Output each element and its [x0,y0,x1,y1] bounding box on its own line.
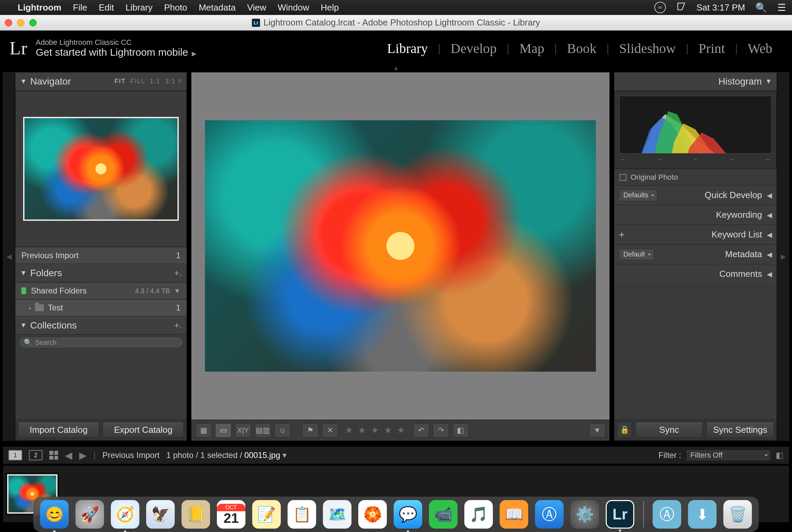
dock-photos-icon[interactable]: 🏵️ [358,500,387,529]
grid-icon[interactable] [49,451,58,460]
rating-stars[interactable]: ★ ★ ★ ★ ★ [345,425,406,436]
sync-settings-button[interactable]: Sync Settings [706,422,774,438]
rotate-ccw-button[interactable]: ↶ [413,423,429,438]
dock-finder-icon[interactable]: 😊 [40,500,69,529]
creative-cloud-icon[interactable]: ∞ [654,2,666,13]
catalog-previous-import[interactable]: Previous Import 1 [15,247,187,264]
dock-mail-icon[interactable]: 🦅 [146,500,175,529]
volume-row[interactable]: Shared Folders 4.3 / 4.4 TB ▼ [15,282,187,299]
filter-lock-icon[interactable]: ◧ [776,450,784,460]
window-close-button[interactable] [5,19,12,26]
script-menu-icon[interactable] [676,1,686,14]
left-panel-collapse[interactable]: ◀ [3,72,15,441]
dock-calendar-icon[interactable]: OCT21 [217,500,245,529]
spotlight-icon[interactable]: 🔍 [755,2,767,13]
import-catalog-button[interactable]: Import Catalog [18,422,99,438]
grid-view-button[interactable]: ▦ [195,423,212,438]
quick-develop-preset-select[interactable]: Defaults [619,190,657,201]
filter-preset-select[interactable]: Filters Off [686,449,771,461]
window-zoom-button[interactable] [29,19,37,26]
center-panel: ▦ ▭ X|Y ▤▥ ☺ ⚑ ✕ ★ ★ ★ ★ ★ ↶ ↷ ◧ ▼ [191,72,610,441]
loupe-view[interactable] [191,72,609,420]
dock-applications-folder-icon[interactable]: Ⓐ [653,500,681,529]
go-forward-button[interactable]: ▶ [79,450,87,461]
dock-itunes-icon[interactable]: 🎵 [464,500,493,529]
menu-help[interactable]: Help [321,2,339,13]
dock-ibooks-icon[interactable]: 📖 [500,500,528,529]
module-book[interactable]: Book [557,40,607,56]
dock-launchpad-icon[interactable]: 🚀 [75,500,104,529]
right-panel-collapse[interactable]: ▶ [777,72,789,441]
mobile-get-started-link[interactable]: Get started with Lightroom mobile▶ [36,47,196,58]
menu-metadata[interactable]: Metadata [199,2,236,13]
dock-facetime-icon[interactable]: 📹 [429,500,458,529]
filmstrip-source[interactable]: Previous Import [102,450,159,460]
survey-view-button[interactable]: ▤▥ [255,423,271,438]
comments-header[interactable]: Comments ◀ [614,264,777,284]
module-library[interactable]: Library [377,40,438,56]
compare-view-button[interactable]: X|Y [235,423,251,438]
rotate-cw-button[interactable]: ↷ [433,423,449,438]
folders-header[interactable]: ▼ Folders +. [15,264,187,282]
metadata-header[interactable]: Default Metadata ◀ [614,244,777,264]
collections-search-input[interactable]: 🔍 Search [19,337,183,348]
dock-maps-icon[interactable]: 🗺️ [323,500,351,529]
keyword-list-header[interactable]: + Keyword List ◀ [614,225,777,244]
navigator-preview[interactable] [15,91,187,247]
face-tagging-button[interactable]: ◧ [452,423,469,438]
folder-row-test[interactable]: ▸ Test 1 [15,299,187,316]
top-panel-grabber[interactable]: ▴ [0,66,792,72]
dock-safari-icon[interactable]: 🧭 [111,500,139,529]
flag-reject-button[interactable]: ✕ [322,423,338,438]
flag-pick-button[interactable]: ⚑ [302,423,318,438]
module-develop[interactable]: Develop [441,40,507,56]
menu-library[interactable]: Library [125,2,152,13]
menu-photo[interactable]: Photo [164,2,187,13]
app-menu[interactable]: Lightroom [18,2,62,13]
keywording-header[interactable]: Keywording ◀ [614,205,777,225]
quick-develop-header[interactable]: Defaults Quick Develop ◀ [614,185,777,205]
dock-contacts-icon[interactable]: 📒 [182,500,210,529]
people-view-button[interactable]: ☺ [274,423,291,438]
dock-downloads-folder-icon[interactable]: ⬇ [688,500,717,529]
module-map[interactable]: Map [509,40,554,56]
second-window-toggle[interactable]: 2 [29,450,42,460]
dock-lightroom-icon[interactable]: Lr [606,500,634,529]
histogram-display[interactable] [619,96,772,154]
main-window-toggle[interactable]: 1 [8,450,22,460]
dock-preferences-icon[interactable]: ⚙️ [570,500,599,529]
dock-notes-icon[interactable]: 📝 [252,500,281,529]
expand-icon[interactable]: ▸ [29,305,32,311]
dock-trash-icon[interactable]: 🗑️ [723,500,752,529]
navigator-header[interactable]: ▼ Navigator FIT FILL 1:1 3:1 ◊ [15,72,187,91]
menu-edit[interactable]: Edit [99,2,114,13]
window-minimize-button[interactable] [17,19,24,26]
go-back-button[interactable]: ◀ [65,450,72,461]
dock-appstore-icon[interactable]: Ⓐ [535,500,564,529]
add-collection-button[interactable]: +. [174,320,182,331]
original-photo-checkbox[interactable]: Original Photo [614,169,777,185]
loupe-view-button[interactable]: ▭ [215,423,231,438]
menu-file[interactable]: File [73,2,87,13]
add-keyword-button[interactable]: + [619,229,624,240]
metadata-preset-select[interactable]: Default [619,249,654,260]
add-folder-button[interactable]: +. [174,268,182,278]
module-slideshow[interactable]: Slideshow [609,40,686,56]
export-catalog-button[interactable]: Export Catalog [103,422,184,438]
toolbar-options-button[interactable]: ▼ [589,423,605,438]
sync-lock-button[interactable]: 🔒 [617,422,632,438]
main-image-preview [205,120,596,372]
search-placeholder: Search [35,339,56,347]
module-web[interactable]: Web [738,40,782,56]
dock-reminders-icon[interactable]: 📋 [288,500,316,529]
module-print[interactable]: Print [688,40,735,56]
notification-center-icon[interactable]: ☰ [777,2,786,13]
dock-messages-icon[interactable]: 💬 [394,500,422,529]
menu-view[interactable]: View [247,2,266,13]
histogram-header[interactable]: Histogram ▼ [614,72,777,91]
sync-button[interactable]: Sync [635,422,703,438]
navigator-zoom-options[interactable]: FIT FILL 1:1 3:1 ◊ [115,78,182,85]
menu-window[interactable]: Window [278,2,309,13]
menubar-clock[interactable]: Sat 3:17 PM [696,2,745,13]
collections-header[interactable]: ▼ Collections +. [15,316,187,335]
